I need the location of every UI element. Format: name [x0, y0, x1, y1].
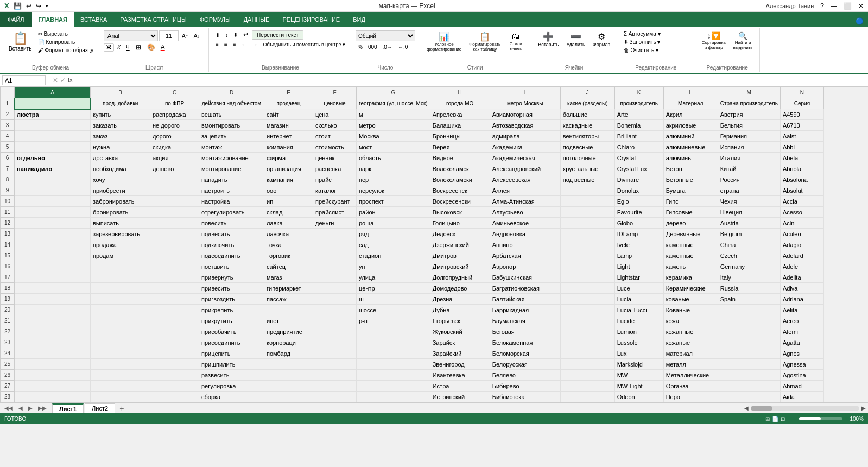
cell-B1[interactable]: прод. добавки [91, 98, 150, 109]
col-header-C[interactable]: C [150, 87, 199, 98]
cell-row18-col12[interactable]: Керамические [663, 283, 718, 294]
cell-row13-col4[interactable]: подвесить [199, 229, 264, 239]
cell-row7-col7[interactable]: парк [357, 163, 430, 174]
cell-row11-col2[interactable]: бронировать [91, 207, 150, 218]
cell-row17-col3[interactable] [150, 272, 199, 283]
cell-row20-col14[interactable]: Aelita [780, 305, 823, 315]
cell-row25-col4[interactable]: пришпилить [199, 359, 264, 370]
cell-row24-col9[interactable]: Беломорская [490, 348, 560, 359]
cell-row25-col7[interactable] [357, 359, 430, 370]
cell-row27-col6[interactable] [313, 381, 357, 392]
tab-data[interactable]: ДАННЫЕ [237, 12, 276, 27]
col-header-F[interactable]: F [313, 87, 357, 98]
find-select-button[interactable]: 🔍 Найти ивыделить [730, 30, 756, 51]
cell-row22-col7[interactable] [357, 326, 430, 337]
cell-row9-col8[interactable]: Воскресенск [430, 185, 490, 196]
col-header-M[interactable]: M [718, 87, 780, 98]
cell-E1[interactable]: продавец [264, 98, 313, 109]
cell-row22-col5[interactable]: предприятие [264, 326, 313, 337]
cell-row22-col12[interactable]: кожанные [663, 326, 718, 337]
cell-row24-col5[interactable]: помбард [264, 348, 313, 359]
cell-row19-col3[interactable] [150, 294, 199, 305]
cell-row27-col11[interactable]: MW-Light [614, 381, 663, 392]
cell-row20-col4[interactable]: прикрепить [199, 305, 264, 315]
cell-row22-col11[interactable]: Lumion [614, 326, 663, 337]
cell-row19-col13[interactable]: Spain [718, 294, 780, 305]
cell-row11-col9[interactable]: Алтуфьево [490, 207, 560, 218]
cell-row24-col11[interactable]: Lux [614, 348, 663, 359]
cell-row12-col9[interactable]: Аминьевское [490, 218, 560, 229]
cell-row20-col12[interactable]: Кованые [663, 305, 718, 315]
cell-row14-col14[interactable]: Adagio [780, 239, 823, 250]
cell-row24-col7[interactable] [357, 348, 430, 359]
cell-row10-col5[interactable]: ип [264, 196, 313, 207]
cell-row22-col9[interactable]: Беговая [490, 326, 560, 337]
cell-row18-col4[interactable]: привесить [199, 283, 264, 294]
cell-row18-col13[interactable]: Russia [718, 283, 780, 294]
cell-row18-col2[interactable] [91, 283, 150, 294]
cell-row22-col6[interactable] [313, 326, 357, 337]
cell-row2-col14[interactable]: A4590 [780, 109, 823, 120]
cell-row3-col5[interactable]: магазин [264, 120, 313, 131]
cell-row17-col2[interactable] [91, 272, 150, 283]
cell-row24-col8[interactable]: Зарайский [430, 348, 490, 359]
cell-row8-col14[interactable]: Absolona [780, 174, 823, 185]
cell-row27-col4[interactable]: регулировка [199, 381, 264, 392]
cell-row21-col9[interactable]: Бауманская [490, 315, 560, 326]
cell-row8-col5[interactable]: кампания [264, 174, 313, 185]
cell-row18-col3[interactable] [150, 283, 199, 294]
cell-row9-col5[interactable]: ооо [264, 185, 313, 196]
cell-row2-col9[interactable]: Авиамоторная [490, 109, 560, 120]
insert-cell-button[interactable]: ➕ Вставить [535, 30, 562, 48]
cell-row2-col13[interactable]: Австрия [718, 109, 780, 120]
cell-row15-col14[interactable]: Adelard [780, 250, 823, 261]
cell-row19-col14[interactable]: Adriana [780, 294, 823, 305]
cell-row11-col13[interactable]: Швеция [718, 207, 780, 218]
cell-row23-col6[interactable] [313, 337, 357, 348]
cell-row8-col13[interactable]: Россия [718, 174, 780, 185]
cell-row13-col10[interactable] [560, 229, 614, 239]
cell-row7-col9[interactable]: Александровский [490, 163, 560, 174]
cell-row22-col14[interactable]: Afemi [780, 326, 823, 337]
col-header-E[interactable]: E [264, 87, 313, 98]
cell-row28-col1[interactable] [15, 392, 91, 402]
cell-row6-col12[interactable]: алюминь [663, 153, 718, 163]
cell-row10-col14[interactable]: Accia [780, 196, 823, 207]
cell-row10-col8[interactable]: Воскресенски [430, 196, 490, 207]
cell-row26-col12[interactable]: Металлические [663, 370, 718, 381]
cell-row28-col6[interactable] [313, 392, 357, 402]
cell-row20-col7[interactable]: шоссе [357, 305, 430, 315]
col-header-H[interactable]: H [430, 87, 490, 98]
cell-row16-col5[interactable]: сайтец [264, 261, 313, 272]
align-top-button[interactable]: ⬆ [213, 30, 222, 40]
col-header-K[interactable]: K [614, 87, 663, 98]
cell-row3-col8[interactable]: Балашиха [430, 120, 490, 131]
number-format-select[interactable]: Общий [356, 30, 415, 41]
percent-button[interactable]: % [356, 43, 365, 51]
cell-row24-col4[interactable]: прицепить [199, 348, 264, 359]
cell-row11-col12[interactable]: Гипсовые [663, 207, 718, 218]
cell-row5-col11[interactable]: Chiaro [614, 142, 663, 153]
cell-row26-col9[interactable]: Беляево [490, 370, 560, 381]
cell-row13-col8[interactable]: Дедовск [430, 229, 490, 239]
cell-row3-col12[interactable]: акриловые [663, 120, 718, 131]
cell-row26-col14[interactable]: Agostina [780, 370, 823, 381]
cell-row15-col2[interactable]: продам [91, 250, 150, 261]
col-header-N[interactable]: N [780, 87, 823, 98]
cell-row28-col9[interactable]: Библиотека [490, 392, 560, 402]
cell-row19-col10[interactable] [560, 294, 614, 305]
cell-row8-col6[interactable]: прайс [313, 174, 357, 185]
cell-row6-col9[interactable]: Академическая [490, 153, 560, 163]
cell-row15-col6[interactable] [313, 250, 357, 261]
cell-row25-col11[interactable]: Markslojd [614, 359, 663, 370]
cell-row18-col10[interactable] [560, 283, 614, 294]
cell-row10-col13[interactable]: Чехия [718, 196, 780, 207]
cell-row14-col6[interactable] [313, 239, 357, 250]
cell-row8-col2[interactable]: хочу [91, 174, 150, 185]
cell-row5-col1[interactable] [15, 142, 91, 153]
cell-row3-col1[interactable] [15, 120, 91, 131]
cell-A1[interactable] [15, 98, 91, 109]
cell-row24-col12[interactable]: материал [663, 348, 718, 359]
cell-row10-col3[interactable] [150, 196, 199, 207]
cell-row24-col2[interactable] [91, 348, 150, 359]
